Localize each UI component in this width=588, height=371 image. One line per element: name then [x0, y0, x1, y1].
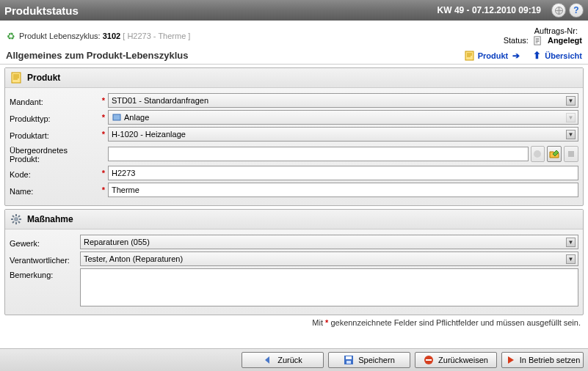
clear-icon [531, 146, 545, 162]
footnote-suffix: gekennzeichnete Felder sind Pflichtfelde… [328, 318, 581, 327]
save-button-label: Speichern [358, 356, 395, 364]
save-icon [344, 355, 354, 365]
status-label: Status: [504, 36, 529, 45]
required-marker: * [99, 113, 105, 122]
svg-rect-4 [113, 114, 120, 120]
section-toolbar: Allgemeines zum Produkt-Lebenszyklus Pro… [0, 47, 588, 65]
chevron-down-icon: ▼ [566, 96, 576, 106]
svg-rect-6 [568, 151, 574, 157]
responsible-label: Verantwortlicher: [10, 254, 80, 265]
chevron-down-icon: ▼ [566, 113, 576, 122]
parent-label: Übergeordnetes Produkt: [10, 144, 99, 164]
svg-rect-9 [346, 356, 352, 359]
gewerk-value: Reparaturen (055) [84, 238, 150, 246]
produkttyp-value: Anlage [124, 113, 149, 122]
product-link-label: Produkt [478, 51, 509, 60]
action-panel-title: Maßnahme [27, 214, 73, 224]
required-marker: * [99, 96, 105, 105]
overview-link-label: Übersicht [545, 51, 582, 60]
required-marker: * [99, 169, 105, 177]
breadcrumb-ref: [ H2273 - Therme ] [123, 32, 190, 40]
section-heading: Allgemeines zum Produkt-Lebenszyklus [6, 50, 454, 61]
product-panel: Produkt Mandant: * STD01 - Standardanfra… [4, 67, 584, 206]
breadcrumb-label: Produkt Lebenszyklus: [19, 32, 101, 40]
responsible-select[interactable]: Tester, Anton (Reparaturen) ▼ [80, 251, 578, 266]
commission-button-label: In Betrieb setzen [520, 356, 581, 364]
gewerk-select[interactable]: Reparaturen (055) ▼ [80, 235, 578, 249]
mandant-label: Mandant: [10, 95, 99, 106]
arrow-right-icon: ➔ [511, 51, 521, 61]
chevron-down-icon: ▼ [566, 254, 576, 264]
page-title: Produktstatus [4, 4, 438, 17]
svg-rect-2 [465, 51, 473, 60]
remark-textarea[interactable] [80, 268, 578, 306]
produktart-select[interactable]: H-1020 - Heizanlage ▼ [108, 127, 578, 142]
svg-rect-10 [346, 361, 351, 364]
svg-point-5 [534, 150, 541, 158]
breadcrumb: Produkt Lebenszyklus: 3102 [ H2273 - The… [19, 32, 190, 40]
browse-icon[interactable] [547, 146, 562, 162]
svg-rect-1 [534, 36, 540, 44]
play-icon [505, 355, 515, 365]
svg-rect-12 [426, 359, 432, 361]
name-input[interactable] [108, 183, 578, 197]
required-marker: * [99, 130, 105, 139]
stop-icon [564, 146, 578, 162]
produkttyp-select: Anlage ▼ [108, 110, 578, 125]
name-label: Name: [10, 185, 99, 196]
subheader: ♻ Produkt Lebenszyklus: 3102 [ H2273 - T… [0, 21, 588, 47]
asset-icon [112, 112, 122, 122]
responsible-value: Tester, Anton (Reparaturen) [84, 254, 183, 263]
required-marker: * [99, 186, 105, 194]
action-panel: Maßnahme Gewerk: Reparaturen (055) ▼ Ver… [4, 209, 584, 315]
breadcrumb-id: 3102 [103, 32, 120, 40]
commission-button[interactable]: In Betrieb setzen [501, 352, 584, 368]
kode-label: Kode: [10, 168, 99, 179]
reject-button-label: Zurückweisen [438, 356, 488, 364]
note-icon [10, 71, 23, 84]
arrow-left-icon [263, 355, 273, 365]
header-datetime: KW 49 - 07.12.2010 09:19 [438, 5, 541, 15]
reject-icon [424, 355, 434, 365]
remark-label: Bemerkung: [10, 268, 80, 279]
globe-icon[interactable] [551, 3, 566, 18]
svg-point-7 [14, 217, 18, 221]
back-button[interactable]: Zurück [242, 352, 324, 368]
chevron-down-icon: ▼ [566, 130, 576, 139]
kode-input[interactable] [108, 166, 578, 180]
app-header: Produktstatus KW 49 - 07.12.2010 09:19 ? [0, 0, 588, 21]
status-value: Angelegt [548, 36, 582, 45]
document-icon [533, 35, 543, 45]
arrow-up-icon: ⬆ [531, 51, 542, 61]
footnote-prefix: Mit [312, 318, 325, 327]
save-button[interactable]: Speichern [328, 352, 410, 368]
product-panel-title: Produkt [27, 73, 60, 83]
mandant-value: STD01 - Standardanfragen [112, 96, 208, 105]
gear-icon [10, 213, 23, 226]
overview-link[interactable]: ⬆ Übersicht [531, 51, 582, 61]
back-button-label: Zurück [277, 356, 302, 364]
produktart-label: Produktart: [10, 129, 99, 140]
order-label: Auftrags-Nr: [534, 26, 578, 35]
chevron-down-icon: ▼ [566, 238, 576, 247]
footer-toolbar: Zurück Speichern Zurückweisen In Betrieb… [0, 348, 588, 371]
parent-input[interactable] [108, 147, 529, 161]
help-icon[interactable]: ? [569, 3, 584, 18]
product-link[interactable]: Produkt ➔ [465, 51, 522, 61]
gewerk-label: Gewerk: [10, 237, 80, 248]
produktart-value: H-1020 - Heizanlage [112, 130, 186, 139]
lifecycle-icon: ♻ [6, 31, 16, 41]
note-icon [465, 51, 475, 61]
reject-button[interactable]: Zurückweisen [415, 352, 497, 368]
produkttyp-label: Produkttyp: [10, 112, 99, 123]
mandant-select[interactable]: STD01 - Standardanfragen ▼ [108, 93, 578, 108]
required-footnote: Mit * gekennzeichnete Felder sind Pflich… [0, 315, 588, 330]
